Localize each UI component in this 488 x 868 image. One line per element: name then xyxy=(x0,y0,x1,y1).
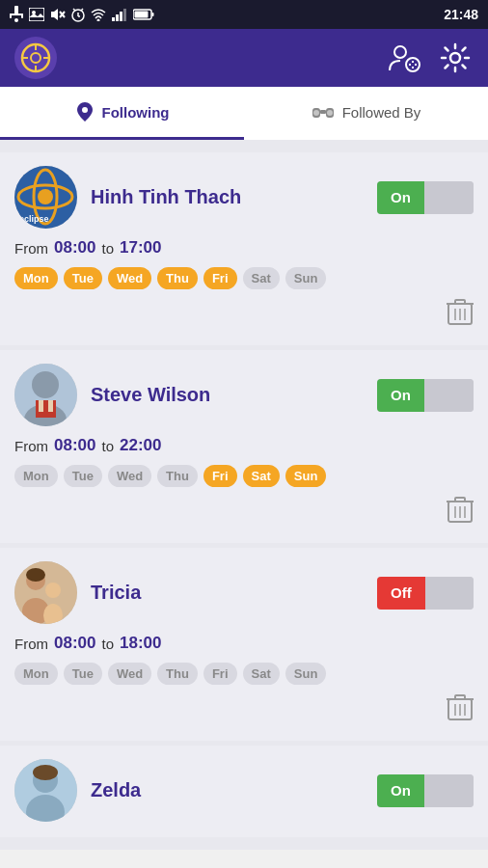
day-sat-2[interactable]: Sat xyxy=(243,465,280,487)
svg-point-30 xyxy=(406,58,420,71)
day-wed-1[interactable]: Wed xyxy=(108,267,151,289)
svg-rect-17 xyxy=(116,14,119,21)
toggle-1[interactable]: On xyxy=(377,181,474,214)
svg-point-40 xyxy=(313,110,319,116)
avatar-image-3 xyxy=(14,561,77,624)
avatar-image-2 xyxy=(14,364,77,426)
person-card-1: eclipse Hinh Tinh Thach On From 08:00 to… xyxy=(0,152,488,345)
delete-button-1[interactable] xyxy=(447,297,474,332)
nav-right-icons xyxy=(386,40,474,76)
avatar-4[interactable] xyxy=(14,759,77,822)
avatar-image-4 xyxy=(14,759,77,822)
day-fri-3[interactable]: Fri xyxy=(203,663,237,685)
toggle-off-label-3[interactable]: Off xyxy=(377,577,425,610)
app-logo[interactable] xyxy=(14,37,57,79)
svg-marker-7 xyxy=(51,9,58,20)
day-mon-2[interactable]: Mon xyxy=(14,465,58,487)
svg-rect-61 xyxy=(455,498,465,502)
avatar-1[interactable]: eclipse xyxy=(14,166,77,229)
person-header-3: Tricia Off xyxy=(14,561,474,624)
days-row-2: Mon Tue Wed Thu Fri Sat Sun xyxy=(14,465,474,487)
svg-point-29 xyxy=(394,46,406,58)
time-row-1: From 08:00 to 17:00 xyxy=(14,238,474,258)
to-label-1: to xyxy=(101,240,114,257)
toggle-on-label-1[interactable]: On xyxy=(377,181,424,214)
toggle-3[interactable]: Off xyxy=(377,577,474,610)
day-sun-2[interactable]: Sun xyxy=(285,465,327,487)
person-card-4: Zelda On xyxy=(0,746,488,837)
user-settings-button[interactable] xyxy=(386,40,422,76)
day-tue-1[interactable]: Tue xyxy=(64,267,102,289)
toggle-4[interactable]: On xyxy=(377,774,474,807)
status-time: 21:48 xyxy=(444,7,478,22)
person-card-3: Tricia Off From 08:00 to 18:00 Mon Tue W… xyxy=(0,548,488,741)
svg-point-24 xyxy=(31,53,41,63)
person-header-4: Zelda On xyxy=(14,759,474,822)
people-list: eclipse Hinh Tinh Thach On From 08:00 to… xyxy=(0,140,488,850)
to-time-2: 22:00 xyxy=(120,436,161,455)
day-sun-1[interactable]: Sun xyxy=(285,267,327,289)
svg-rect-5 xyxy=(29,8,44,21)
delete-button-2[interactable] xyxy=(447,495,474,529)
toggle-2[interactable]: On xyxy=(377,379,474,412)
location-pin-icon xyxy=(75,101,95,122)
status-icons-left xyxy=(10,6,154,23)
settings-button[interactable] xyxy=(437,40,474,76)
avatar-2[interactable] xyxy=(14,364,77,426)
delete-button-3[interactable] xyxy=(447,692,474,727)
to-time-3: 18:00 xyxy=(120,634,161,653)
svg-rect-39 xyxy=(320,110,326,114)
mute-icon xyxy=(50,7,66,22)
svg-rect-16 xyxy=(112,17,115,21)
toggle-on-label-2[interactable]: On xyxy=(377,379,424,412)
svg-line-14 xyxy=(81,9,83,11)
toggle-on-label-4[interactable]: On xyxy=(377,774,424,807)
day-sat-3[interactable]: Sat xyxy=(243,663,280,685)
usb-icon xyxy=(10,6,23,23)
svg-point-35 xyxy=(450,53,460,63)
day-wed-3[interactable]: Wed xyxy=(108,663,151,685)
svg-rect-58 xyxy=(48,400,53,412)
svg-point-54 xyxy=(32,371,59,398)
svg-rect-21 xyxy=(152,13,154,16)
from-time-1: 08:00 xyxy=(54,238,95,258)
trash-icon-1 xyxy=(447,297,474,326)
from-time-2: 08:00 xyxy=(54,436,95,455)
day-thu-3[interactable]: Thu xyxy=(157,663,198,685)
svg-point-45 xyxy=(38,189,53,204)
time-row-2: From 08:00 to 22:00 xyxy=(14,436,474,455)
from-label-2: From xyxy=(14,438,48,454)
svg-rect-2 xyxy=(10,14,12,18)
avatar-image-1: eclipse xyxy=(14,166,77,229)
day-mon-1[interactable]: Mon xyxy=(14,267,58,289)
svg-point-36 xyxy=(82,107,88,113)
person-header-1: eclipse Hinh Tinh Thach On xyxy=(14,166,474,229)
svg-point-41 xyxy=(327,110,333,116)
logo-icon xyxy=(20,42,51,73)
toggle-gray-1 xyxy=(424,181,474,214)
person-header-2: Steve Wilson On xyxy=(14,364,474,426)
day-sat-1[interactable]: Sat xyxy=(243,267,280,289)
day-sun-3[interactable]: Sun xyxy=(285,663,327,685)
day-tue-3[interactable]: Tue xyxy=(64,663,102,685)
day-thu-1[interactable]: Thu xyxy=(157,267,198,289)
day-tue-2[interactable]: Tue xyxy=(64,465,102,487)
avatar-3[interactable] xyxy=(14,561,77,624)
day-mon-3[interactable]: Mon xyxy=(14,663,58,685)
day-fri-1[interactable]: Fri xyxy=(203,267,237,289)
svg-rect-73 xyxy=(455,695,465,699)
day-thu-2[interactable]: Thu xyxy=(157,465,198,487)
from-label-3: From xyxy=(14,636,48,652)
person-name-2: Steve Wilson xyxy=(91,384,364,406)
tab-followed-by[interactable]: Followed By xyxy=(244,87,488,140)
tab-following[interactable]: Following xyxy=(0,87,244,140)
day-fri-2[interactable]: Fri xyxy=(203,465,237,487)
to-label-3: to xyxy=(101,636,114,652)
svg-rect-49 xyxy=(455,300,465,304)
person-name-4: Zelda xyxy=(91,779,364,801)
time-row-3: From 08:00 to 18:00 xyxy=(14,634,474,653)
alarm-icon xyxy=(71,7,85,22)
day-wed-2[interactable]: Wed xyxy=(108,465,151,487)
person-name-3: Tricia xyxy=(91,582,364,604)
svg-line-13 xyxy=(73,9,75,11)
